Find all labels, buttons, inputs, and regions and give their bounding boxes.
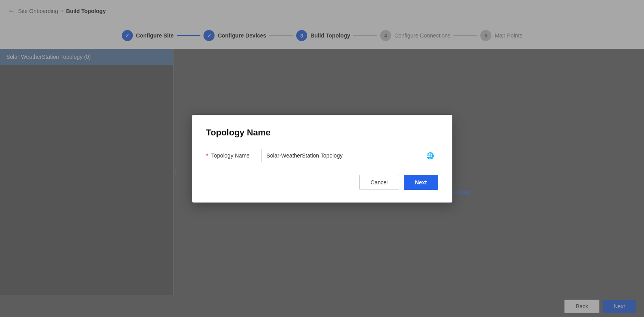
form-row: * Topology Name 🌐 [206,149,438,162]
required-star: * [206,152,208,159]
cancel-button[interactable]: Cancel [359,175,399,190]
topology-name-label: * Topology Name [206,152,261,159]
modal-overlay: Topology Name * Topology Name 🌐 Cancel N… [0,0,644,317]
globe-icon: 🌐 [426,152,434,159]
next-button[interactable]: Next [404,175,438,190]
modal-title: Topology Name [206,128,438,138]
topology-name-input-wrapper: 🌐 [261,149,438,162]
field-label-text: Topology Name [211,152,250,159]
modal-actions: Cancel Next [206,175,438,190]
topology-name-modal: Topology Name * Topology Name 🌐 Cancel N… [192,115,452,203]
topology-name-input[interactable] [261,149,438,162]
